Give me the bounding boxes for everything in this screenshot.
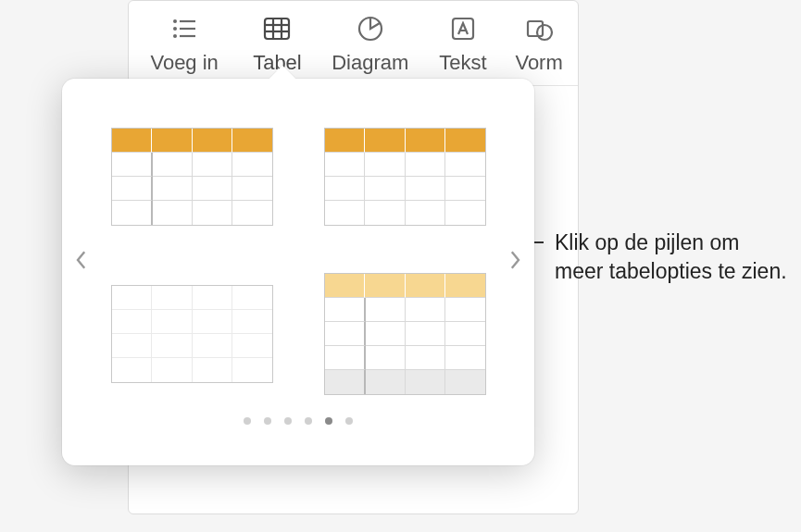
toolbar-label: Vorm (515, 51, 562, 75)
toolbar: Voeg in Tabel Diagram Tekst Vorm (129, 1, 578, 86)
chart-icon (354, 12, 387, 45)
list-icon (168, 12, 201, 45)
table-icon (260, 12, 294, 45)
table-style-option[interactable] (111, 285, 273, 383)
svg-point-0 (173, 19, 177, 23)
toolbar-item-text[interactable]: Tekst (417, 1, 509, 85)
toolbar-label: Diagram (332, 51, 408, 75)
toolbar-item-insert[interactable]: Voeg in (138, 1, 231, 85)
page-dot[interactable] (345, 417, 353, 425)
svg-rect-6 (265, 19, 289, 39)
app-window: Voeg in Tabel Diagram Tekst Vorm (128, 0, 579, 514)
table-style-option[interactable] (111, 128, 273, 226)
svg-point-4 (173, 34, 177, 38)
toolbar-item-chart[interactable]: Diagram (324, 1, 417, 85)
svg-rect-13 (528, 21, 543, 36)
toolbar-item-shape[interactable]: Vorm (509, 1, 569, 85)
page-dot[interactable] (325, 417, 332, 425)
prev-page-arrow[interactable] (68, 241, 95, 278)
shape-icon (522, 12, 556, 45)
page-dot[interactable] (305, 417, 312, 425)
toolbar-label: Tekst (439, 51, 486, 75)
table-styles-popover (62, 79, 534, 465)
table-styles-grid (108, 112, 488, 399)
table-style-option[interactable] (324, 128, 486, 226)
svg-point-14 (537, 25, 552, 40)
callout-text: Klik op de pijlen om meer tabelopties te… (555, 229, 791, 286)
page-dot[interactable] (264, 417, 271, 425)
svg-point-2 (173, 27, 177, 31)
next-page-arrow[interactable] (501, 241, 529, 278)
text-icon (446, 12, 480, 45)
page-dot[interactable] (284, 417, 292, 425)
page-dot[interactable] (244, 417, 251, 425)
table-style-option[interactable] (324, 273, 486, 395)
toolbar-label: Voeg in (150, 51, 218, 75)
page-dots (108, 417, 488, 425)
